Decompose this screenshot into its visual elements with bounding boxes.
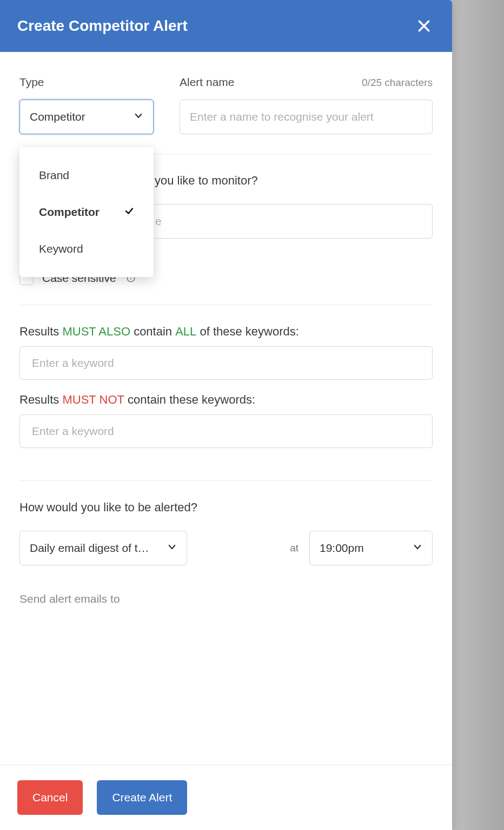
text: contain — [130, 325, 175, 338]
type-option-keyword[interactable]: Keyword — [19, 230, 154, 267]
time-value: 19:00pm — [320, 542, 364, 555]
create-alert-button[interactable]: Create Alert — [97, 780, 187, 815]
alert-name-label: Alert name — [180, 76, 235, 89]
time-select[interactable]: 19:00pm — [309, 531, 433, 565]
must-not-highlight: MUST NOT — [62, 393, 124, 406]
must-not-input[interactable] — [19, 414, 433, 448]
alert-method-question: How would you like to be alerted? — [19, 500, 433, 515]
option-label: Competitor — [39, 206, 100, 219]
check-icon — [124, 206, 134, 219]
alert-controls: Daily email digest of t… at 19:00pm — [19, 531, 433, 565]
cancel-button[interactable]: Cancel — [17, 780, 83, 815]
type-dropdown: Brand Competitor Keyword — [19, 147, 154, 277]
option-label: Brand — [39, 169, 69, 182]
modal-footer: Cancel Create Alert — [0, 765, 452, 830]
chevron-down-icon — [413, 542, 422, 555]
text: Results — [19, 325, 62, 338]
text: of these keywords: — [196, 325, 299, 338]
must-not-label: Results MUST NOT contain these keywords: — [19, 393, 433, 407]
modal-title: Create Competitor Alert — [17, 17, 188, 35]
type-label: Type — [19, 76, 154, 89]
type-selected-value: Competitor — [30, 110, 85, 123]
must-also-label: Results MUST ALSO contain ALL of these k… — [19, 325, 433, 339]
alert-name-field: Alert name 0/25 characters — [180, 76, 433, 134]
all-highlight: ALL — [175, 325, 196, 338]
text: contain these keywords: — [124, 393, 255, 406]
modal-body: Type Competitor Alert name 0/25 characte… — [0, 52, 452, 765]
send-to-label: Send alert emails to — [19, 592, 433, 605]
close-button[interactable] — [413, 15, 435, 37]
must-also-highlight: MUST ALSO — [62, 325, 130, 338]
divider — [19, 305, 433, 305]
type-select[interactable]: Competitor — [19, 100, 154, 134]
chevron-down-icon — [134, 110, 143, 123]
modal-header: Create Competitor Alert — [0, 0, 452, 52]
alert-name-input[interactable] — [190, 110, 422, 123]
type-option-competitor[interactable]: Competitor — [19, 194, 154, 230]
char-counter: 0/25 characters — [362, 77, 433, 89]
close-icon — [417, 19, 431, 33]
option-label: Keyword — [39, 242, 83, 255]
chevron-down-icon — [167, 542, 177, 555]
alert-name-input-wrapper — [180, 100, 433, 134]
divider — [19, 480, 433, 481]
must-also-input[interactable] — [19, 346, 433, 380]
type-field: Type Competitor — [19, 76, 154, 134]
text: Results — [19, 393, 62, 406]
type-option-brand[interactable]: Brand — [19, 157, 154, 194]
background-overlay — [450, 0, 504, 830]
frequency-value: Daily email digest of t… — [30, 542, 149, 555]
create-alert-modal: Create Competitor Alert Type Competitor — [0, 0, 452, 830]
at-label: at — [290, 542, 299, 554]
monitor-input[interactable] — [155, 215, 422, 228]
frequency-select[interactable]: Daily email digest of t… — [19, 531, 187, 565]
